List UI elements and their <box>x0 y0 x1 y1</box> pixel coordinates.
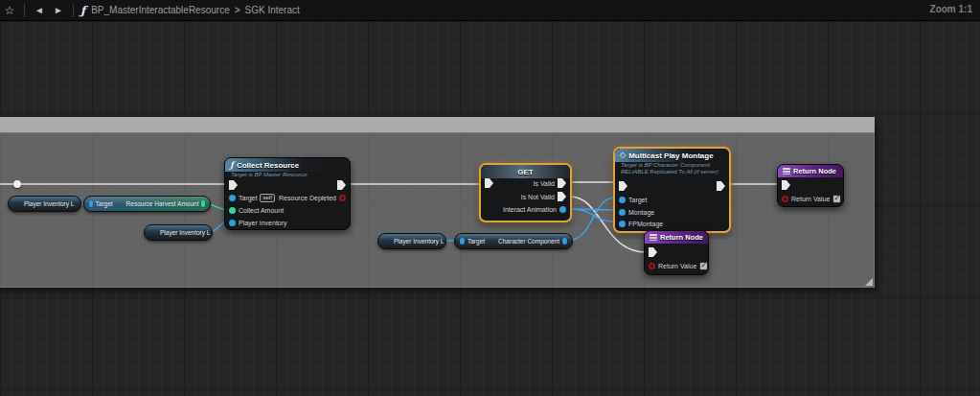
node-title: GET <box>517 168 533 176</box>
toolbar-divider <box>24 4 25 17</box>
breadcrumb-current[interactable]: SGK Interact <box>245 5 300 15</box>
node-collect-resource[interactable]: ƒ Collect Resource Target is BP Master R… <box>224 157 351 230</box>
pill-label: Player Inventory L <box>160 229 210 236</box>
function-icon: ƒ <box>80 4 85 17</box>
node-get-validated[interactable]: GET Is Valid Is Not Valid Interact Anima… <box>479 163 572 222</box>
node-subtitle: Target is BP Master Resource <box>225 172 350 178</box>
exec-in-pin[interactable] <box>782 180 790 190</box>
resource-depleted-label: Resource Depleted <box>279 195 336 201</box>
player-inventory-pin[interactable] <box>229 220 236 226</box>
multicast-header[interactable]: ◇ Multicast Play Montage <box>615 149 729 162</box>
forward-arrow-icon: ► <box>54 5 63 15</box>
return-header[interactable]: Return Node <box>645 231 708 244</box>
exec-out-pin[interactable] <box>337 180 346 190</box>
node-return-bottom[interactable]: Return Node Return Value ✓ <box>644 230 709 275</box>
zoom-level-label: Zoom 1:1 <box>930 4 972 14</box>
node-return-top[interactable]: Return Node Return Value ✓ <box>777 164 844 207</box>
interact-animation-pin[interactable] <box>559 206 566 213</box>
breadcrumb-toolbar: ☆ ◄ ► ƒ BP_MasterInteractableResource > … <box>0 0 980 21</box>
favorite-star-button[interactable]: ☆ <box>0 0 19 21</box>
comment-title[interactable] <box>0 117 875 132</box>
nav-forward-button[interactable]: ► <box>49 0 68 21</box>
fpmontage-label: FPMontage <box>628 221 663 227</box>
target-pin[interactable] <box>229 195 236 201</box>
exec-in-pin[interactable] <box>619 181 627 191</box>
player-inventory-label: Player Inventory <box>239 220 287 226</box>
is-not-valid-label: Is Not Valid <box>521 194 555 200</box>
fpmontage-pin[interactable] <box>619 221 626 227</box>
exec-out-pin[interactable] <box>717 181 725 191</box>
return-node-icon <box>783 168 790 175</box>
toolbar-divider-2 <box>73 4 74 17</box>
pill-label: Resource Harvest Amount <box>126 200 199 207</box>
comment-resize-handle[interactable] <box>865 278 873 286</box>
blueprint-graph-canvas[interactable]: ƒ Collect Resource Target is BP Master R… <box>0 21 980 396</box>
node-title: Return Node <box>660 233 703 242</box>
return-node-icon <box>650 234 657 241</box>
target-label: Target <box>628 197 647 203</box>
node-subtitle-line2: RELIABLE Replicated To All (if server) <box>615 169 729 175</box>
self-reference-field[interactable]: self <box>260 194 274 202</box>
node-title: Multicast Play Montage <box>628 151 713 160</box>
resource-depleted-pin[interactable] <box>339 195 346 201</box>
function-call-icon: ƒ <box>230 160 234 170</box>
pill-player-inventory-2[interactable]: Player Inventory L <box>144 224 213 241</box>
is-not-valid-exec-pin[interactable] <box>558 192 566 201</box>
pill-character-component[interactable]: Target Character Component <box>454 233 573 249</box>
nav-back-button[interactable]: ◄ <box>30 0 49 21</box>
return-value-pin[interactable] <box>649 263 655 269</box>
return-value-label: Return Value <box>791 196 830 202</box>
pill-player-inventory-1[interactable]: Player Inventory L <box>8 196 81 212</box>
target-label: Target <box>96 200 113 207</box>
collect-resource-header[interactable]: ƒ Collect Resource <box>225 158 350 172</box>
pill-resource-harvest-amount[interactable]: Target Resource Harvest Amount <box>83 196 211 212</box>
pill-label: Character Component <box>498 238 559 245</box>
node-title: Return Node <box>793 167 836 175</box>
target-input-pin[interactable] <box>89 200 93 207</box>
node-subtitle-line1: Target is BP Character Component <box>615 162 729 169</box>
pill-label: Player Inventory L <box>394 238 444 245</box>
target-label: Target <box>467 238 485 245</box>
collect-amount-label: Collect Amount <box>239 207 284 214</box>
is-valid-label: Is Valid <box>534 180 555 187</box>
montage-label: Montage <box>628 209 654 216</box>
target-input-pin[interactable] <box>460 238 465 245</box>
return-value-label: Return Value <box>658 263 696 269</box>
pill-label: Player Inventory L <box>24 200 74 207</box>
montage-pin[interactable] <box>619 209 626 216</box>
interact-animation-label: Interact Animation <box>503 206 557 213</box>
breadcrumb-chevron-icon: > <box>235 5 240 15</box>
pill-player-inventory-3[interactable]: Player Inventory L <box>377 233 446 249</box>
output-pin[interactable] <box>201 200 205 207</box>
return-header[interactable]: Return Node <box>778 165 843 177</box>
reroute-node[interactable] <box>13 180 21 188</box>
node-multicast-play-montage[interactable]: ◇ Multicast Play Montage Target is BP Ch… <box>613 147 731 233</box>
target-pin-label: Target <box>239 195 257 201</box>
node-title: Collect Resource <box>237 161 299 170</box>
return-value-checkbox[interactable]: ✓ <box>699 262 708 270</box>
collect-amount-pin[interactable] <box>229 207 236 214</box>
exec-in-pin[interactable] <box>229 180 238 190</box>
return-value-checkbox[interactable]: ✓ <box>832 195 841 203</box>
target-pin[interactable] <box>619 197 626 203</box>
exec-in-pin[interactable] <box>649 247 657 257</box>
return-value-pin[interactable] <box>782 196 788 202</box>
event-diamond-icon: ◇ <box>620 151 626 159</box>
breadcrumb-root[interactable]: BP_MasterInteractableResource <box>91 5 230 15</box>
star-icon: ☆ <box>5 4 15 17</box>
output-pin[interactable] <box>562 238 567 245</box>
exec-in-pin[interactable] <box>485 178 493 188</box>
is-valid-exec-pin[interactable] <box>558 178 566 188</box>
get-node-header[interactable]: GET <box>481 165 570 178</box>
back-arrow-icon: ◄ <box>34 5 44 15</box>
